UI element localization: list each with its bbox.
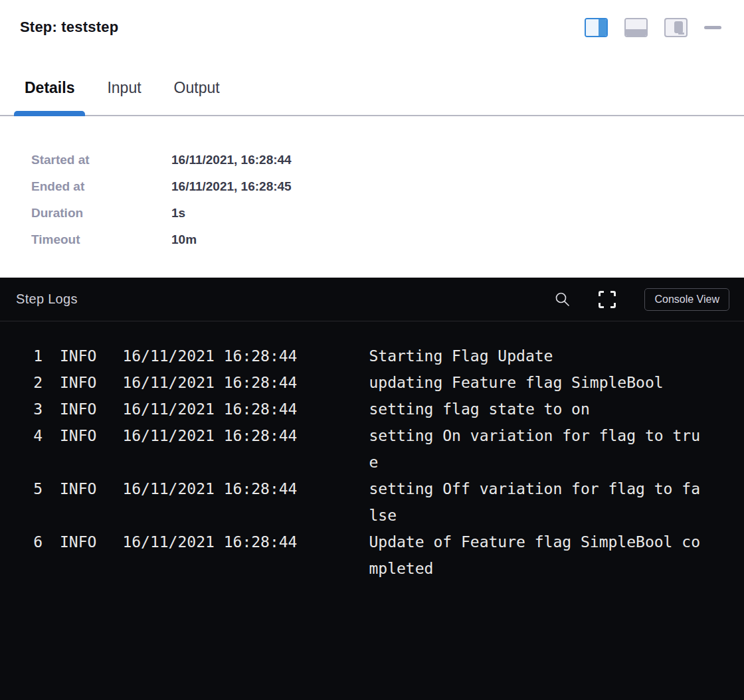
split-vertical-right-pane xyxy=(599,19,606,36)
split-horizontal-bottom-pane xyxy=(626,29,646,36)
log-line-number: 1 xyxy=(16,343,43,369)
split-vertical-left-pane xyxy=(586,19,599,36)
step-logs-panel: Step Logs Console View xyxy=(0,278,744,700)
log-timestamp: 16/11/2021 16:28:44 xyxy=(122,396,297,422)
tab-input[interactable]: Input xyxy=(96,78,151,115)
log-message: setting On variation for flag to true xyxy=(369,422,701,476)
minimize-icon[interactable] xyxy=(704,26,721,29)
floating-window-shape xyxy=(674,21,683,33)
step-logs-title: Step Logs xyxy=(16,292,78,307)
log-entry: 3 INFO 16/11/2021 16:28:44 setting flag … xyxy=(16,396,728,422)
split-horizontal-view-icon[interactable] xyxy=(624,18,648,37)
console-view-button[interactable]: Console View xyxy=(644,288,729,311)
log-line-number: 4 xyxy=(16,422,43,449)
detail-value: 10m xyxy=(171,226,197,253)
split-vertical-view-icon[interactable] xyxy=(585,18,608,37)
detail-row: Timeout 10m xyxy=(31,226,744,253)
log-entry: 4 INFO 16/11/2021 16:28:44 setting On va… xyxy=(16,422,728,476)
log-timestamp: 16/11/2021 16:28:44 xyxy=(122,343,297,369)
detail-value: 16/11/2021, 16:28:44 xyxy=(171,147,292,173)
detail-label: Timeout xyxy=(31,226,171,253)
step-logs-actions: Console View xyxy=(555,288,729,311)
log-entry: 2 INFO 16/11/2021 16:28:44 updating Feat… xyxy=(16,369,728,396)
log-line-number: 2 xyxy=(16,369,43,396)
detail-label: Duration xyxy=(31,200,171,226)
step-logs-body: 1 INFO 16/11/2021 16:28:44 Starting Flag… xyxy=(0,321,744,700)
search-icon[interactable] xyxy=(555,292,570,307)
floating-view-icon[interactable] xyxy=(664,18,688,37)
details-section: Started at 16/11/2021, 16:28:44 Ended at… xyxy=(0,116,744,278)
detail-row: Ended at 16/11/2021, 16:28:45 xyxy=(31,173,744,200)
log-entry: 6 INFO 16/11/2021 16:28:44 Update of Fea… xyxy=(16,529,728,582)
log-line-number: 6 xyxy=(16,529,43,555)
detail-label: Ended at xyxy=(31,173,171,200)
log-message: setting Off variation for flag to false xyxy=(369,476,701,529)
detail-label: Started at xyxy=(31,147,171,173)
log-level: INFO xyxy=(60,343,96,369)
detail-row: Started at 16/11/2021, 16:28:44 xyxy=(31,147,744,173)
log-message: Starting Flag Update xyxy=(369,343,701,369)
log-level: INFO xyxy=(60,476,96,502)
detail-value: 1s xyxy=(171,200,185,226)
search-icon-glyph xyxy=(555,292,570,307)
expand-fullscreen-icon[interactable] xyxy=(598,290,616,309)
log-level: INFO xyxy=(60,529,96,555)
tabs-bar: Details Input Output xyxy=(0,78,744,116)
layout-controls xyxy=(585,18,721,37)
log-line-number: 3 xyxy=(16,396,43,422)
log-message: setting flag state to on xyxy=(369,396,701,422)
log-entry: 5 INFO 16/11/2021 16:28:44 setting Off v… xyxy=(16,476,728,529)
detail-value: 16/11/2021, 16:28:45 xyxy=(171,173,292,200)
detail-row: Duration 1s xyxy=(31,200,744,226)
log-line-number: 5 xyxy=(16,476,43,502)
log-timestamp: 16/11/2021 16:28:44 xyxy=(122,369,297,396)
floating-dash-shape xyxy=(678,33,684,35)
step-logs-header: Step Logs Console View xyxy=(0,278,744,321)
log-timestamp: 16/11/2021 16:28:44 xyxy=(122,422,297,449)
log-message: Update of Feature flag SimpleBool comple… xyxy=(369,529,701,582)
log-level: INFO xyxy=(60,422,96,449)
log-timestamp: 16/11/2021 16:28:44 xyxy=(122,529,297,555)
log-level: INFO xyxy=(60,369,96,396)
tab-output[interactable]: Output xyxy=(163,78,231,115)
log-message: updating Feature flag SimpleBool xyxy=(369,369,701,396)
step-header: Step: teststep xyxy=(0,0,744,39)
log-entry: 1 INFO 16/11/2021 16:28:44 Starting Flag… xyxy=(16,343,728,369)
expand-icon-glyph xyxy=(598,290,616,309)
split-horizontal-top-pane xyxy=(626,19,646,29)
page-title: Step: teststep xyxy=(20,19,118,36)
tab-details[interactable]: Details xyxy=(14,78,85,115)
log-level: INFO xyxy=(60,396,96,422)
log-timestamp: 16/11/2021 16:28:44 xyxy=(122,476,297,502)
